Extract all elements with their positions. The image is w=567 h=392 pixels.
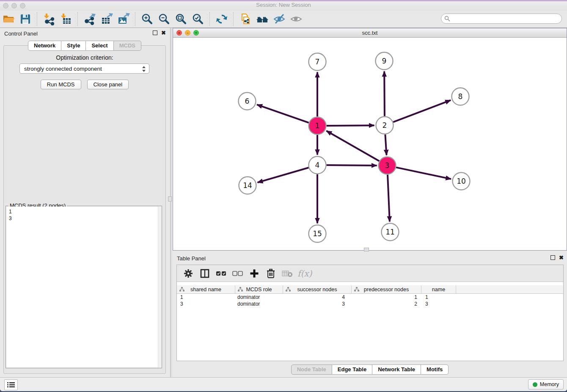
table-cell[interactable]: 1 (177, 294, 235, 301)
table-cell[interactable]: 1 (352, 294, 421, 301)
close-panel-button[interactable]: Close panel (87, 80, 129, 89)
float-panel-icon[interactable] (550, 255, 555, 260)
tab-network[interactable]: Network (28, 41, 61, 51)
table-cell[interactable]: 1 (421, 294, 456, 301)
graph-edge-2-8[interactable] (393, 100, 451, 122)
table-settings-gear-icon[interactable] (182, 268, 195, 279)
graph-edge-3-1[interactable] (326, 131, 379, 161)
graph-node-11[interactable]: 11 (382, 224, 399, 241)
control-panel-title: Control Panel (4, 30, 38, 37)
zoom-out-icon[interactable] (157, 12, 171, 26)
graph-edge-3-11[interactable] (388, 175, 390, 222)
tab-style[interactable]: Style (61, 41, 86, 51)
table-cell[interactable]: 3 (283, 301, 352, 307)
svg-text:11: 11 (385, 228, 395, 236)
graph-edge-4-14[interactable] (258, 168, 309, 182)
table-cell[interactable]: 3 (421, 301, 456, 307)
column-header-filler (456, 285, 563, 293)
graph-node-9[interactable]: 9 (376, 52, 393, 70)
network-window-titlebar[interactable]: × − + scc.txt (173, 28, 567, 38)
import-table-icon[interactable] (59, 12, 73, 26)
close-panel-icon[interactable]: ✖ (161, 30, 166, 35)
criterion-select[interactable]: strongly connected component (19, 63, 149, 74)
graph-node-14[interactable]: 14 (239, 177, 256, 194)
tab-mcds[interactable]: MCDS (114, 41, 141, 51)
table-cell[interactable]: 3 (177, 301, 235, 307)
graph-edge-4-3[interactable] (327, 165, 377, 166)
save-session-icon[interactable] (18, 12, 33, 26)
toolbar-separator (77, 12, 78, 26)
export-table-icon[interactable] (99, 12, 114, 26)
clone-network-icon[interactable] (238, 12, 253, 26)
graph-node-7[interactable]: 7 (309, 53, 326, 71)
graph-node-6[interactable]: 6 (239, 93, 256, 110)
tab-select[interactable]: Select (86, 41, 113, 51)
zoom-fit-icon[interactable] (174, 12, 188, 26)
memory-label: Memory (540, 381, 559, 387)
graph-edge-2-3[interactable] (385, 135, 386, 155)
network-window-title: scc.txt (173, 30, 567, 36)
criterion-value: strongly connected component (24, 66, 102, 72)
network-graph[interactable]: 1234678910111415 (173, 38, 567, 250)
show-all-icon[interactable] (289, 12, 303, 26)
network-canvas[interactable]: 1234678910111415 (173, 38, 567, 250)
splitter-grip[interactable] (168, 196, 172, 202)
search-icon (444, 16, 450, 22)
graph-node-3[interactable]: 3 (379, 157, 396, 174)
graph-edge-1-2[interactable] (327, 125, 374, 126)
open-session-icon[interactable] (1, 12, 16, 26)
column-header-MCDS-role[interactable]: MCDS role (235, 285, 283, 293)
graph-node-1[interactable]: 1 (309, 117, 326, 135)
svg-text:8: 8 (458, 92, 463, 101)
column-header-name[interactable]: name (421, 285, 456, 293)
graph-node-8[interactable]: 8 (452, 88, 469, 105)
graph-edge-2-9[interactable] (384, 72, 385, 116)
table-row[interactable]: 1dominator411 (177, 294, 563, 301)
zoom-selected-icon[interactable] (191, 12, 205, 26)
column-header-successor-nodes[interactable]: successor nodes (283, 285, 352, 293)
run-mcds-button[interactable]: Run MCDS (41, 80, 81, 89)
export-network-icon[interactable] (83, 12, 97, 26)
first-neighbors-icon[interactable] (255, 12, 270, 26)
column-header-predecessor-nodes[interactable]: predecessor nodes (352, 285, 421, 293)
window-title: Session: New Session (0, 2, 567, 8)
graph-node-10[interactable]: 10 (453, 173, 470, 190)
graph-node-15[interactable]: 15 (309, 225, 326, 243)
tab-edge-table[interactable]: Edge Table (332, 364, 372, 375)
import-network-icon[interactable] (42, 12, 56, 26)
search-input[interactable] (441, 14, 562, 24)
result-scrollbar[interactable] (158, 206, 162, 368)
show-columns-icon[interactable] (198, 268, 211, 279)
float-panel-icon[interactable] (153, 30, 157, 35)
close-panel-icon[interactable]: ✖ (559, 255, 564, 260)
vertical-splitter[interactable] (169, 28, 173, 378)
memory-button[interactable]: Memory (528, 379, 564, 389)
table-row[interactable]: 3dominator323 (177, 301, 563, 307)
table-panel-header: Table Panel ✖ (173, 253, 567, 264)
tab-network-table[interactable]: Network Table (372, 364, 421, 375)
task-history-button[interactable] (4, 379, 18, 390)
hide-selected-icon[interactable] (272, 12, 286, 26)
zoom-in-icon[interactable] (140, 12, 154, 26)
export-image-icon[interactable] (116, 12, 131, 26)
graph-edge-1-6[interactable] (257, 105, 309, 123)
select-all-icon[interactable] (215, 268, 228, 279)
column-header-shared-name[interactable]: shared name (177, 285, 235, 293)
add-column-icon[interactable] (248, 268, 261, 279)
refresh-icon[interactable] (215, 12, 229, 26)
svg-text:6: 6 (245, 97, 250, 105)
table-cell[interactable]: 2 (352, 301, 421, 307)
table-cell[interactable]: dominator (235, 301, 283, 307)
table-cell[interactable]: dominator (235, 294, 283, 301)
svg-text:15: 15 (313, 229, 322, 238)
graph-node-4[interactable]: 4 (309, 157, 326, 174)
graph-edge-3-10[interactable] (396, 167, 451, 179)
mcds-result-text[interactable]: 13 (6, 207, 161, 367)
tab-node-table[interactable]: Node Table (291, 364, 332, 375)
splitter-grip[interactable] (364, 248, 369, 251)
delete-column-icon[interactable] (264, 268, 277, 279)
table-cell[interactable]: 4 (283, 294, 352, 301)
deselect-all-icon[interactable] (231, 268, 244, 279)
graph-node-2[interactable]: 2 (376, 117, 394, 134)
tab-motifs[interactable]: Motifs (421, 364, 449, 375)
